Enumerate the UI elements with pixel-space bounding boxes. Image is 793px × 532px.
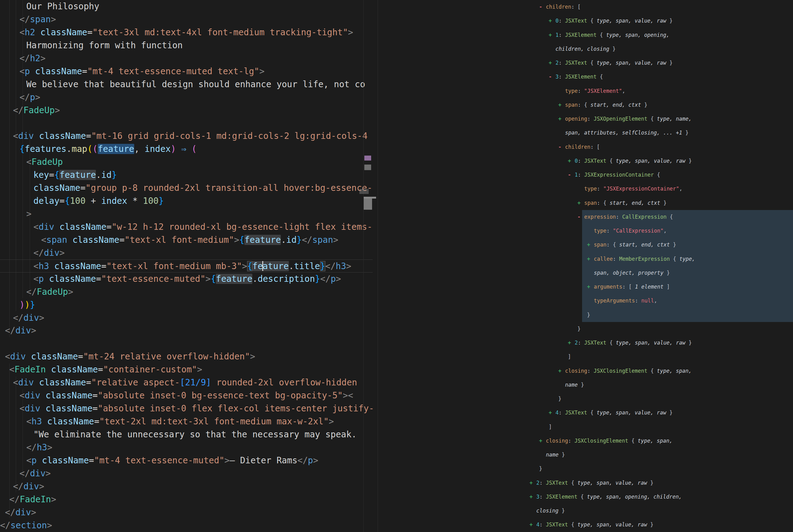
expand-toggle-icon[interactable]: + bbox=[549, 14, 552, 28]
ast-row[interactable]: name } bbox=[526, 448, 793, 462]
minimap[interactable] bbox=[363, 0, 378, 532]
ast-row[interactable]: +opening: JSXOpeningElement { type, name… bbox=[526, 112, 793, 126]
code-line[interactable]: </section> bbox=[0, 519, 373, 532]
expand-toggle-icon[interactable]: + bbox=[587, 238, 590, 252]
ast-row[interactable]: span, object, property } bbox=[526, 266, 793, 280]
code-line[interactable]: </div> bbox=[0, 324, 373, 337]
code-line[interactable]: </p> bbox=[0, 91, 373, 104]
code-line[interactable]: <div className="absolute inset-0 bg-esse… bbox=[0, 389, 373, 402]
ast-row[interactable]: +arguments: [ 1 element ] bbox=[526, 280, 793, 294]
code-line[interactable] bbox=[0, 117, 373, 130]
ast-row[interactable]: +1: JSXElement { type, span, opening, bbox=[526, 28, 793, 42]
collapse-toggle-icon[interactable]: - bbox=[568, 168, 571, 182]
expand-toggle-icon[interactable]: + bbox=[587, 252, 590, 266]
ast-row[interactable]: typeArguments: null, bbox=[526, 294, 793, 308]
code-line[interactable]: <p className="mt-4 text-essence-muted">—… bbox=[0, 454, 373, 467]
code-line[interactable]: key={feature.id} bbox=[0, 169, 373, 182]
code-line[interactable]: <h3 className="text-2xl md:text-3xl font… bbox=[0, 415, 373, 428]
ast-row[interactable]: closing } bbox=[526, 504, 793, 518]
code-line[interactable]: {features.map((feature, index) ⇒ ( bbox=[0, 142, 373, 156]
ast-row[interactable]: -1: JSXExpressionContainer { bbox=[526, 168, 793, 182]
ast-row[interactable]: type: "JSXExpressionContainer", bbox=[526, 182, 793, 196]
code-line[interactable]: </h2> bbox=[0, 52, 373, 65]
code-line[interactable]: </div> bbox=[0, 311, 373, 324]
code-line[interactable]: <FadeUp bbox=[0, 156, 373, 169]
code-editor-pane[interactable]: Our Philosophy</span><h2 className="text… bbox=[0, 0, 373, 532]
code-line[interactable]: </FadeUp> bbox=[0, 285, 373, 299]
code-line[interactable]: We believe that beautiful design should … bbox=[0, 78, 373, 91]
ast-row[interactable]: +closing: JSXClosingElement { type, span… bbox=[526, 364, 793, 378]
ast-row[interactable]: ] bbox=[526, 350, 793, 364]
ast-row[interactable]: -3: JSXElement { bbox=[526, 70, 793, 84]
code-line[interactable]: </div> bbox=[0, 247, 373, 260]
ast-row[interactable]: } bbox=[526, 308, 793, 322]
ast-row[interactable]: type: "CallExpression", bbox=[526, 224, 793, 238]
expand-toggle-icon[interactable]: + bbox=[558, 112, 561, 126]
expand-toggle-icon[interactable]: + bbox=[529, 518, 533, 532]
expand-toggle-icon[interactable]: + bbox=[558, 98, 561, 112]
code-line[interactable]: <p className="mt-4 text-essence-muted te… bbox=[0, 65, 373, 78]
ast-row[interactable]: } bbox=[526, 322, 793, 336]
ast-row[interactable]: -expression: CallExpression { bbox=[526, 210, 793, 224]
ast-row[interactable]: +span: { start, end, ctxt } bbox=[526, 98, 793, 112]
code-line[interactable]: </div> bbox=[0, 467, 373, 480]
code-line[interactable]: > bbox=[0, 208, 373, 221]
collapse-toggle-icon[interactable]: - bbox=[549, 70, 552, 84]
ast-row[interactable]: +0: JSXText { type, span, value, raw } bbox=[526, 154, 793, 168]
expand-toggle-icon[interactable]: + bbox=[587, 280, 590, 294]
code-line[interactable]: Harmonizing form with function bbox=[0, 39, 373, 52]
expand-toggle-icon[interactable]: + bbox=[577, 196, 581, 210]
minimap-slider[interactable] bbox=[364, 198, 372, 210]
code-line[interactable]: </h3> bbox=[0, 441, 373, 454]
expand-toggle-icon[interactable]: + bbox=[549, 406, 552, 420]
ast-row[interactable]: children, closing } bbox=[526, 42, 793, 56]
collapse-toggle-icon[interactable]: - bbox=[577, 210, 581, 224]
expand-toggle-icon[interactable]: + bbox=[529, 476, 533, 490]
code-line[interactable]: <div className="w-12 h-12 rounded-xl bg-… bbox=[0, 221, 373, 233]
code-line[interactable]: Our Philosophy bbox=[0, 0, 373, 13]
ast-row[interactable]: +4: JSXText { type, span, value, raw } bbox=[526, 406, 793, 420]
ast-row[interactable]: +2: JSXText { type, span, value, raw } bbox=[526, 56, 793, 70]
ast-row[interactable]: } bbox=[526, 392, 793, 406]
ast-row[interactable]: ] bbox=[526, 420, 793, 434]
ast-row[interactable]: name } bbox=[526, 378, 793, 392]
ast-row[interactable]: span, attributes, selfClosing, ... +1 } bbox=[526, 126, 793, 140]
ast-row[interactable]: +span: { start, end, ctxt } bbox=[526, 238, 793, 252]
ast-row[interactable]: +0: JSXText { type, span, value, raw } bbox=[526, 14, 793, 28]
ast-row[interactable]: -children: [ bbox=[526, 140, 793, 154]
expand-toggle-icon[interactable]: + bbox=[539, 434, 542, 448]
code-line[interactable]: </FadeUp> bbox=[0, 104, 373, 117]
code-line[interactable]: ))} bbox=[0, 299, 373, 311]
code-line[interactable]: delay={100 + index * 100} bbox=[0, 194, 373, 208]
code-line-current[interactable]: <h3 className="text-xl font-medium mb-3"… bbox=[0, 260, 373, 272]
code-line[interactable]: </div> bbox=[0, 506, 373, 519]
expand-toggle-icon[interactable]: + bbox=[529, 490, 533, 504]
code-line[interactable]: <FadeIn className="container-custom"> bbox=[0, 363, 373, 376]
expand-toggle-icon[interactable]: + bbox=[568, 336, 571, 350]
code-line[interactable]: "We eliminate the unnecessary so that th… bbox=[0, 428, 373, 441]
code-line[interactable]: className="group p-8 rounded-2xl transit… bbox=[0, 182, 373, 194]
ast-row[interactable]: +callee: MemberExpression { type, bbox=[526, 252, 793, 266]
code-line[interactable]: <div className="mt-16 grid grid-cols-1 m… bbox=[0, 130, 373, 142]
code-line[interactable]: <div className="mt-24 relative overflow-… bbox=[0, 350, 373, 363]
code-line[interactable] bbox=[0, 337, 373, 350]
code-line[interactable]: <p className="text-essence-muted">{featu… bbox=[0, 272, 373, 285]
expand-toggle-icon[interactable]: + bbox=[558, 364, 561, 378]
ast-row[interactable]: +4: JSXText { type, span, value, raw } bbox=[526, 518, 793, 532]
ast-row[interactable]: -children: [ bbox=[526, 0, 793, 14]
expand-toggle-icon[interactable]: + bbox=[549, 56, 552, 70]
ast-row[interactable]: +closing: JSXClosingElement { type, span… bbox=[526, 434, 793, 448]
code-line[interactable]: </span> bbox=[0, 13, 373, 26]
code-line[interactable]: </FadeIn> bbox=[0, 493, 373, 506]
ast-tree-pane[interactable]: -children: [+0: JSXText { type, span, va… bbox=[526, 0, 793, 532]
ast-row[interactable]: } bbox=[526, 462, 793, 476]
code-line[interactable]: <h2 className="text-3xl md:text-4xl font… bbox=[0, 26, 373, 39]
expand-toggle-icon[interactable]: + bbox=[549, 28, 552, 42]
collapse-toggle-icon[interactable]: - bbox=[539, 0, 542, 14]
collapse-toggle-icon[interactable]: - bbox=[558, 140, 561, 154]
code-line[interactable]: <div className="relative aspect-[21/9] r… bbox=[0, 376, 373, 389]
code-line[interactable]: </div> bbox=[0, 480, 373, 493]
ast-row[interactable]: +2: JSXText { type, span, value, raw } bbox=[526, 476, 793, 490]
code-line[interactable]: <span className="text-xl font-medium">{f… bbox=[0, 233, 373, 247]
ast-row[interactable]: type: "JSXElement", bbox=[526, 84, 793, 98]
